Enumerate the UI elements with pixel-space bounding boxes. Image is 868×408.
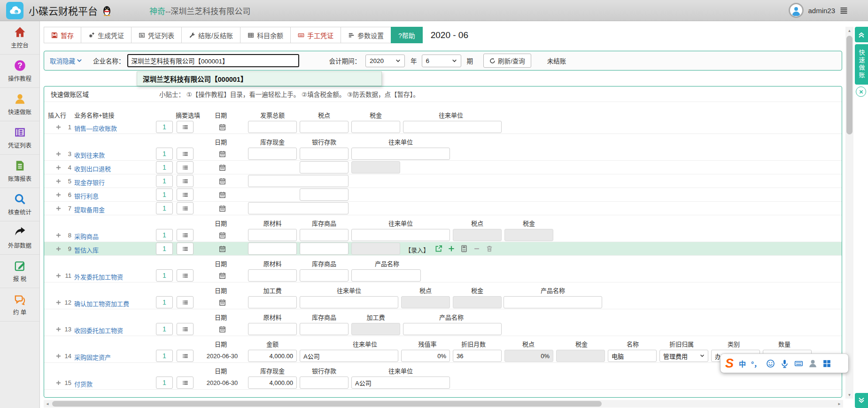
field-input[interactable]: A公司 xyxy=(300,350,398,362)
count-input[interactable]: 1 xyxy=(156,121,173,133)
field-input[interactable] xyxy=(248,269,297,282)
help-button[interactable]: ?帮助 xyxy=(391,27,423,43)
field-input[interactable] xyxy=(351,148,450,160)
calendar-icon[interactable] xyxy=(219,124,226,131)
count-input[interactable]: 1 xyxy=(156,377,173,389)
summary-select-button[interactable] xyxy=(177,243,194,255)
date-cell[interactable] xyxy=(203,148,241,160)
business-link[interactable]: 收到出口退税 xyxy=(74,164,111,173)
insert-row-button[interactable] xyxy=(55,232,62,238)
skin-icon[interactable] xyxy=(808,359,817,368)
field-input[interactable] xyxy=(351,323,400,335)
count-input[interactable]: 1 xyxy=(156,269,173,282)
date-cell[interactable] xyxy=(203,202,241,214)
business-link[interactable]: 提取备用金 xyxy=(74,205,105,214)
date-cell[interactable]: 2020-06-30 xyxy=(203,350,241,362)
summary-select-button[interactable] xyxy=(177,202,194,214)
menu-icon[interactable] xyxy=(839,7,848,14)
field-input[interactable] xyxy=(351,269,421,282)
field-input[interactable]: 0% xyxy=(504,350,553,362)
keyboard-icon[interactable] xyxy=(794,359,803,368)
summary-select-button[interactable] xyxy=(177,350,194,362)
summary-select-button[interactable] xyxy=(177,323,194,335)
business-link[interactable]: 确认加工物资加工费 xyxy=(74,299,129,308)
field-input[interactable] xyxy=(248,175,349,187)
scroll-right-arrow[interactable]: ► xyxy=(836,400,843,408)
avatar[interactable] xyxy=(789,3,804,18)
business-link[interactable]: 收回委托加工物资 xyxy=(74,326,123,335)
business-link[interactable]: 外发委托加工物资 xyxy=(74,272,123,281)
field-input[interactable] xyxy=(300,188,349,201)
company-suggestion-dropdown[interactable]: 深圳兰芝科技有限公司【000001】 xyxy=(137,71,382,86)
business-link[interactable]: 采购固定资产 xyxy=(74,353,111,361)
field-input[interactable] xyxy=(300,229,349,241)
sidebar-item-tax-filing[interactable]: 报 税 xyxy=(0,255,39,288)
year-select[interactable]: 2020 xyxy=(365,55,405,67)
vertical-scroll-thumb[interactable] xyxy=(846,36,852,134)
sogou-logo[interactable]: S xyxy=(725,356,734,371)
generate-voucher-button[interactable]: 生成凭证 xyxy=(81,27,132,43)
summary-select-button[interactable] xyxy=(177,148,194,160)
field-input[interactable]: 4,000.00 xyxy=(248,350,297,362)
emoji-icon[interactable] xyxy=(766,359,775,368)
count-input[interactable]: 1 xyxy=(156,323,173,335)
summary-select-button[interactable] xyxy=(177,229,194,241)
count-input[interactable]: 1 xyxy=(156,229,173,241)
insert-row-button[interactable] xyxy=(55,299,62,306)
field-input[interactable] xyxy=(248,121,297,133)
params-settings-button[interactable]: 参数设置 xyxy=(341,27,391,43)
calendar-icon[interactable] xyxy=(219,245,226,252)
insert-row-button[interactable] xyxy=(55,192,62,198)
field-input[interactable] xyxy=(248,202,349,214)
rail-close-button[interactable] xyxy=(856,86,866,97)
business-link[interactable]: 银行利息 xyxy=(74,191,99,200)
insert-row-button[interactable] xyxy=(55,380,62,386)
punctuation-icon[interactable]: °， xyxy=(751,359,761,369)
scroll-up-arrow[interactable]: ▲ xyxy=(845,27,853,34)
calendar-icon[interactable] xyxy=(219,150,226,157)
insert-row-button[interactable] xyxy=(55,353,62,359)
field-input[interactable] xyxy=(401,296,450,308)
field-input[interactable]: 电脑 xyxy=(608,350,657,362)
month-select[interactable]: 6 xyxy=(422,55,461,67)
date-cell[interactable] xyxy=(203,175,241,187)
voucher-list-button[interactable]: 凭证列表 xyxy=(131,27,182,43)
count-input[interactable]: 1 xyxy=(156,161,173,173)
insert-row-button[interactable] xyxy=(55,246,62,252)
scroll-left-arrow[interactable]: ◄ xyxy=(44,400,51,408)
calendar-icon[interactable] xyxy=(219,232,226,239)
count-input[interactable]: 1 xyxy=(156,188,173,201)
business-link[interactable]: 暂估入库 xyxy=(74,245,99,254)
sidebar-item-audit-stats[interactable]: 核查统计 xyxy=(0,188,39,221)
field-select[interactable]: 管理费用 xyxy=(659,350,708,362)
calculator-icon[interactable] xyxy=(460,245,468,252)
field-input[interactable] xyxy=(300,323,349,335)
count-input[interactable]: 1 xyxy=(156,148,173,160)
calendar-icon[interactable] xyxy=(219,272,226,279)
qq-penguin-icon[interactable] xyxy=(102,5,112,16)
summary-select-button[interactable] xyxy=(177,188,194,201)
field-input[interactable] xyxy=(300,296,398,308)
field-input[interactable] xyxy=(248,296,297,308)
field-input[interactable] xyxy=(300,121,349,133)
field-input[interactable] xyxy=(453,296,502,308)
date-cell[interactable] xyxy=(203,269,241,282)
calendar-icon[interactable] xyxy=(219,164,226,171)
calendar-icon[interactable] xyxy=(219,299,226,306)
insert-row-button[interactable] xyxy=(55,273,62,279)
business-link[interactable]: 销售—应收账款 xyxy=(74,124,117,133)
field-input[interactable] xyxy=(300,243,349,255)
field-input[interactable]: 36 xyxy=(453,350,502,362)
insert-row-button[interactable] xyxy=(55,178,62,184)
business-link[interactable]: 采购商品 xyxy=(74,232,99,241)
collapse-up-button[interactable] xyxy=(855,27,868,42)
insert-row-button[interactable] xyxy=(55,151,62,157)
field-input[interactable] xyxy=(248,323,297,335)
scroll-down-arrow[interactable]: ▼ xyxy=(845,391,853,399)
sidebar-item-ledger-reports[interactable]: 账簿报表 xyxy=(0,155,39,188)
insert-row-button[interactable] xyxy=(55,205,62,212)
vertical-scrollbar[interactable]: ▲ ▼ xyxy=(845,27,853,399)
count-input[interactable]: 1 xyxy=(156,243,173,255)
field-input[interactable] xyxy=(300,269,349,282)
calendar-icon[interactable] xyxy=(219,178,226,185)
